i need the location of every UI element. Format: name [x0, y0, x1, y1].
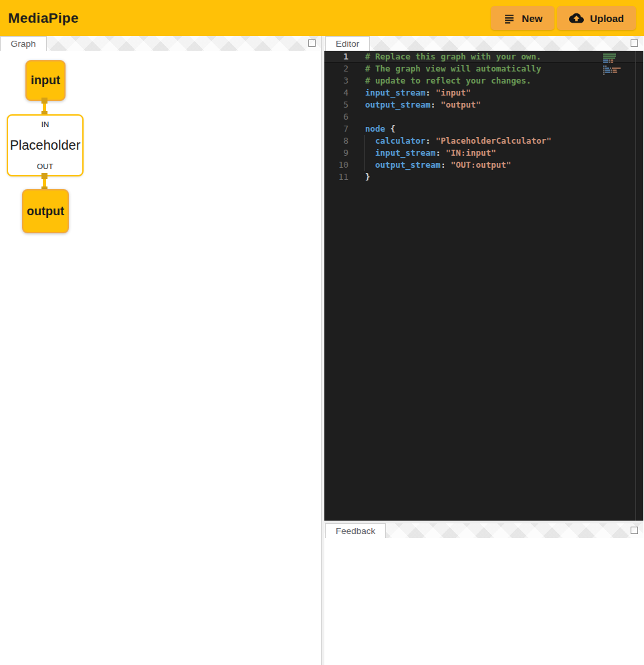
line-number: 11 — [324, 171, 348, 183]
line-number: 9 — [324, 147, 348, 159]
code-text: input_stream: "input" — [365, 87, 471, 99]
code-text: output_stream: "OUT:output" — [365, 159, 511, 171]
code-text: # Replace this graph with your own. — [365, 51, 541, 62]
graph-canvas: input IN Placeholder OUT output — [0, 36, 321, 665]
line-number: 8 — [324, 135, 348, 147]
placeholder-out-port-label: OUT — [37, 162, 53, 170]
code-line[interactable]: 6 — [324, 111, 643, 123]
main-area: Graph input IN Placeholder OUT output — [0, 36, 644, 665]
feedback-panel: Feedback — [324, 523, 643, 665]
tab-editor[interactable]: Editor — [325, 36, 370, 51]
line-number: 1 — [324, 51, 348, 62]
code-text: input_stream: "IN:input" — [365, 147, 496, 159]
new-button-label: New — [522, 13, 542, 24]
indent-guide — [364, 159, 365, 171]
line-number: 5 — [324, 99, 348, 111]
code-line[interactable]: 9 input_stream: "IN:input" — [324, 147, 643, 159]
graph-node-output-label: output — [27, 205, 64, 219]
right-column: Editor 1# Replace this graph with your o… — [324, 36, 643, 665]
line-number: 4 — [324, 87, 348, 99]
indent-guide — [364, 147, 365, 159]
line-number: 10 — [324, 159, 348, 171]
editor-panel: Editor 1# Replace this graph with your o… — [324, 36, 643, 521]
line-number: 6 — [324, 111, 348, 123]
upload-button-label: Upload — [590, 13, 624, 24]
tab-feedback[interactable]: Feedback — [325, 523, 386, 538]
code-text: output_stream: "output" — [365, 99, 481, 111]
editor-scrollbar[interactable] — [635, 51, 643, 521]
app-header: MediaPipe New Upload — [0, 0, 644, 36]
feedback-tabbar: Feedback — [324, 523, 643, 538]
code-editor[interactable]: 1# Replace this graph with your own.2# T… — [324, 51, 643, 521]
output-port-square[interactable] — [41, 98, 47, 104]
subject-icon — [503, 12, 516, 25]
tab-editor-label: Editor — [336, 39, 359, 49]
cloud-upload-icon — [569, 11, 584, 25]
tab-feedback-label: Feedback — [336, 526, 375, 536]
code-text: # The graph view will automatically — [365, 63, 541, 75]
code-line[interactable]: 1# Replace this graph with your own. — [324, 51, 643, 63]
line-number: 3 — [324, 75, 348, 87]
code-lines: 1# Replace this graph with your own.2# T… — [324, 51, 643, 183]
code-line[interactable]: 4input_stream: "input" — [324, 87, 643, 99]
code-line[interactable]: 2# The graph view will automatically — [324, 63, 643, 75]
code-text: calculator: "PlaceholderCalculator" — [365, 135, 551, 147]
code-text: # update to reflect your changes. — [365, 75, 531, 87]
placeholder-in-port-label: IN — [41, 120, 49, 128]
code-line[interactable]: 7node { — [324, 123, 643, 135]
minimap[interactable] — [603, 53, 633, 76]
feedback-content — [324, 538, 643, 665]
code-line[interactable]: 10 output_stream: "OUT:output" — [324, 159, 643, 171]
code-line[interactable]: 5output_stream: "output" — [324, 99, 643, 111]
code-line[interactable]: 3# update to reflect your changes. — [324, 75, 643, 87]
graph-panel: Graph input IN Placeholder OUT output — [0, 36, 322, 665]
editor-tabbar: Editor — [324, 36, 643, 51]
code-line[interactable]: 11} — [324, 171, 643, 183]
graph-node-placeholder-label: Placeholder — [10, 138, 81, 153]
indent-guide — [364, 135, 365, 147]
maximize-icon[interactable] — [631, 39, 638, 47]
graph-node-placeholder[interactable]: IN Placeholder OUT — [7, 114, 84, 176]
new-button[interactable]: New — [491, 6, 554, 30]
line-number: 2 — [324, 63, 348, 75]
output-port-square[interactable] — [41, 173, 47, 179]
code-text: node { — [365, 123, 395, 135]
upload-button[interactable]: Upload — [557, 6, 636, 30]
graph-node-input-label: input — [31, 74, 60, 88]
code-text: } — [365, 171, 370, 183]
graph-node-input[interactable]: input — [25, 60, 66, 101]
line-number: 7 — [324, 123, 348, 135]
code-line[interactable]: 8 calculator: "PlaceholderCalculator" — [324, 135, 643, 147]
app-title: MediaPipe — [8, 10, 79, 26]
graph-node-output[interactable]: output — [22, 189, 69, 233]
maximize-icon[interactable] — [631, 527, 638, 534]
